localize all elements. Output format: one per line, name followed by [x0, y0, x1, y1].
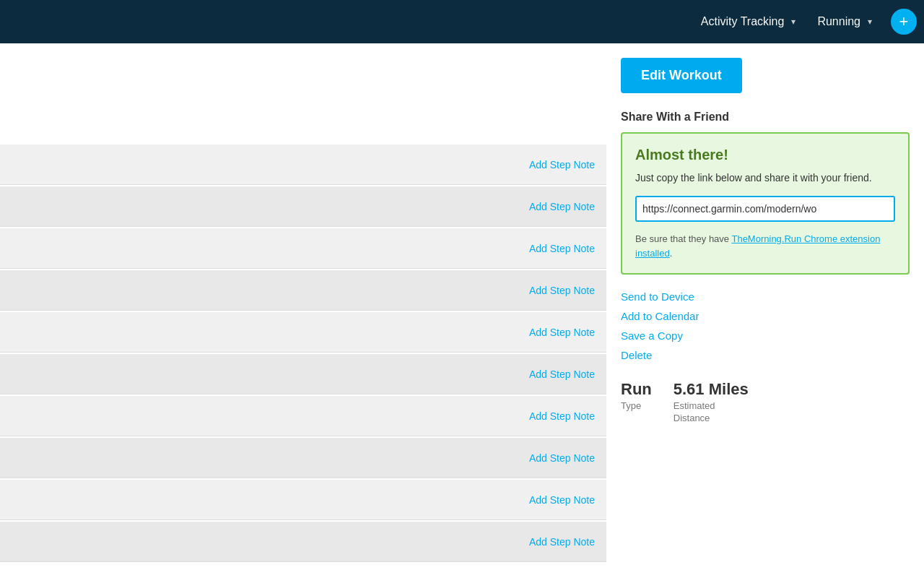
share-box: Almost there! Just copy the link below a…	[621, 132, 910, 275]
share-box-title: Almost there!	[635, 147, 895, 163]
run-stats: Run Type 5.61 Miles Estimated Distance	[621, 380, 910, 423]
run-distance: 5.61 Miles Estimated Distance	[674, 380, 749, 423]
add-step-note-button[interactable]: Add Step Note	[529, 327, 595, 338]
action-link-save-a-copy[interactable]: Save a Copy	[621, 328, 910, 343]
run-distance-sub-estimated: Estimated	[674, 400, 749, 411]
action-link-add-to-calendar[interactable]: Add to Calendar	[621, 309, 910, 324]
activity-tracking-nav[interactable]: Activity Tracking ▾	[692, 0, 809, 43]
step-row: Add Step Note	[0, 144, 606, 185]
step-row: Add Step Note	[0, 270, 606, 311]
left-panel: Add Step NoteAdd Step NoteAdd Step NoteA…	[0, 43, 606, 578]
run-type: Run Type	[621, 380, 652, 411]
topbar: Activity Tracking ▾ Running ▾ +	[0, 0, 924, 43]
add-step-note-button[interactable]: Add Step Note	[529, 368, 595, 380]
share-box-description: Just copy the link below and share it wi…	[635, 171, 895, 186]
run-distance-value: 5.61 Miles	[674, 380, 749, 399]
action-link-send-to-device[interactable]: Send to Device	[621, 289, 910, 304]
step-row: Add Step Note	[0, 522, 606, 562]
run-type-label: Run	[621, 380, 652, 399]
edit-workout-button[interactable]: Edit Workout	[621, 58, 742, 93]
step-row: Add Step Note	[0, 186, 606, 227]
add-step-note-button[interactable]: Add Step Note	[529, 201, 595, 212]
add-step-note-button[interactable]: Add Step Note	[529, 159, 595, 171]
running-nav[interactable]: Running ▾	[808, 0, 885, 43]
activity-tracking-dropdown[interactable]: ▾	[787, 15, 800, 28]
run-type-sub: Type	[621, 400, 652, 411]
running-label: Running	[817, 15, 860, 28]
step-row: Add Step Note	[0, 228, 606, 269]
add-step-note-button[interactable]: Add Step Note	[529, 452, 595, 464]
action-links: Send to DeviceAdd to CalendarSave a Copy…	[621, 289, 910, 363]
share-note: Be sure that they have TheMorning.Run Ch…	[635, 232, 895, 260]
add-step-note-button[interactable]: Add Step Note	[529, 494, 595, 506]
running-dropdown[interactable]: ▾	[863, 15, 876, 28]
share-link-input[interactable]	[635, 196, 895, 222]
add-step-note-button[interactable]: Add Step Note	[529, 243, 595, 254]
step-row: Add Step Note	[0, 480, 606, 520]
step-row: Add Step Note	[0, 312, 606, 353]
action-link-delete[interactable]: Delete	[621, 348, 910, 363]
step-row: Add Step Note	[0, 396, 606, 436]
right-panel: Edit Workout Share With a Friend Almost …	[606, 43, 924, 578]
add-step-note-button[interactable]: Add Step Note	[529, 536, 595, 548]
activity-tracking-label: Activity Tracking	[701, 15, 785, 28]
add-step-note-button[interactable]: Add Step Note	[529, 285, 595, 296]
step-row: Add Step Note	[0, 438, 606, 478]
add-button[interactable]: +	[891, 9, 917, 35]
main-content: Add Step NoteAdd Step NoteAdd Step NoteA…	[0, 43, 924, 578]
step-row: Add Step Note	[0, 354, 606, 394]
add-step-note-button[interactable]: Add Step Note	[529, 410, 595, 422]
share-title: Share With a Friend	[621, 111, 910, 124]
run-distance-sub-distance: Distance	[674, 413, 749, 423]
